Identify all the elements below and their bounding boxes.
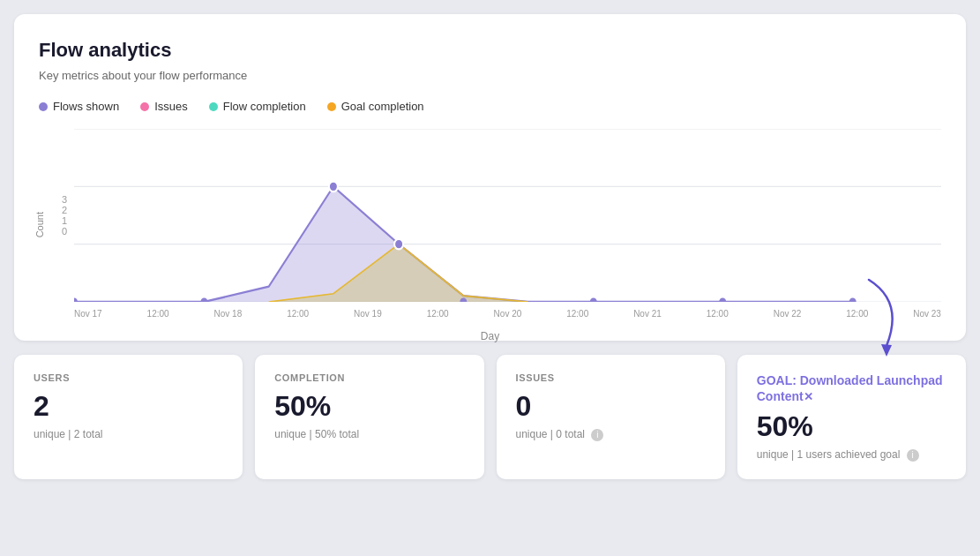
goal-close-icon[interactable]: ✕ (804, 390, 813, 403)
page-subtitle: Key metrics about your flow performance (39, 69, 941, 82)
stat-goal: GOAL: Downloaded Launchpad Content✕ 50% … (737, 355, 966, 479)
svg-point-7 (200, 297, 207, 302)
chart-plot: Nov 17 12:00 Nov 18 12:00 Nov 19 12:00 N… (74, 129, 941, 323)
svg-point-11 (590, 297, 597, 302)
chart-legend: Flows shown Issues Flow completion Goal … (39, 100, 941, 113)
goal-info-icon[interactable]: i (907, 449, 919, 462)
issues-sub: unique | 0 total i (516, 428, 706, 441)
issues-info-icon[interactable]: i (591, 429, 603, 441)
completion-value: 50% (274, 390, 464, 423)
flow-completion-dot (209, 102, 218, 111)
users-sub: unique | 2 total (34, 428, 223, 440)
flows-shown-dot (39, 102, 48, 111)
goal-sub: unique | 1 users achieved goal i (757, 448, 946, 462)
goal-value: 50% (757, 410, 946, 443)
legend-flows-shown-label: Flows shown (53, 100, 119, 113)
svg-point-6 (74, 297, 78, 302)
legend-flow-completion-label: Flow completion (223, 100, 306, 113)
svg-point-13 (849, 297, 857, 302)
legend-flows-shown: Flows shown (39, 100, 119, 113)
legend-flow-completion: Flow completion (209, 100, 306, 113)
chart-svg (74, 129, 941, 302)
goal-title: GOAL: Downloaded Launchpad Content✕ (757, 372, 946, 405)
y-axis-label: Count (34, 212, 45, 237)
svg-point-9 (394, 239, 403, 250)
svg-point-12 (719, 297, 726, 302)
svg-point-8 (329, 182, 338, 192)
issues-dot (140, 102, 149, 111)
stats-row: USERS 2 unique | 2 total COMPLETION 50% … (14, 355, 966, 479)
legend-issues-label: Issues (154, 100, 188, 113)
legend-issues: Issues (140, 100, 188, 113)
stat-users: USERS 2 unique | 2 total (14, 355, 243, 479)
users-label: USERS (34, 372, 223, 383)
stat-issues: ISSUES 0 unique | 0 total i (497, 355, 725, 479)
goal-completion-dot (327, 102, 336, 111)
legend-goal-completion: Goal completion (327, 100, 424, 113)
issues-value: 0 (516, 390, 706, 423)
stat-completion: COMPLETION 50% unique | 50% total (255, 355, 483, 479)
users-value: 2 (34, 390, 223, 423)
completion-label: COMPLETION (274, 372, 464, 383)
chart-area: Count 3 2 1 0 (39, 129, 941, 323)
completion-sub: unique | 50% total (274, 428, 464, 440)
analytics-card: Flow analytics Key metrics about your fl… (14, 14, 966, 341)
x-axis-title: Day (39, 330, 941, 342)
legend-goal-completion-label: Goal completion (341, 100, 424, 113)
x-axis: Nov 17 12:00 Nov 18 12:00 Nov 19 12:00 N… (74, 309, 941, 319)
page-title: Flow analytics (39, 39, 941, 62)
issues-label: ISSUES (516, 372, 706, 383)
